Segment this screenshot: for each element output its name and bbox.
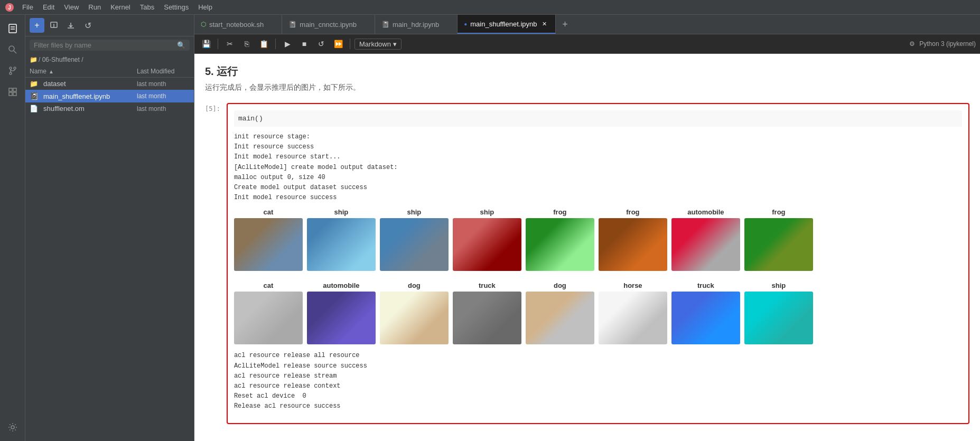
image-label: horse bbox=[623, 282, 642, 289]
tab-label: main_shufflenet.ipynb bbox=[470, 20, 537, 28]
file-name: dataset bbox=[43, 80, 137, 88]
image-label: frog bbox=[626, 208, 639, 216]
cell-type-dropdown[interactable]: Markdown ▾ bbox=[354, 39, 402, 50]
image-label: dog bbox=[554, 282, 566, 289]
tab-main-shufflenet[interactable]: ● main_shufflenet.ipynb ✕ bbox=[458, 15, 555, 34]
tab-icon: 📓 bbox=[381, 21, 389, 28]
search-input[interactable] bbox=[34, 41, 177, 49]
activity-files[interactable] bbox=[3, 19, 22, 38]
notebook-content: 5. 运行 运行完成后，会显示推理后的图片，如下所示。 [5]: main() … bbox=[194, 54, 980, 441]
sort-arrow-icon: ▲ bbox=[49, 69, 54, 74]
file-list-header: Name ▲ Last Modified bbox=[25, 65, 194, 78]
col-name-label: Name bbox=[30, 68, 46, 75]
svg-line-6 bbox=[14, 51, 16, 53]
separator bbox=[218, 39, 218, 49]
image-cell: ship bbox=[453, 208, 521, 271]
tab-label: main_cnnctc.ipynb bbox=[300, 21, 357, 29]
image-label: ship bbox=[407, 208, 422, 216]
sidebar-toolbar: + ↺ bbox=[25, 15, 194, 36]
tab-main-cnnctc[interactable]: 📓 main_cnnctc.ipynb ✕ bbox=[282, 15, 375, 34]
menu-run[interactable]: Run bbox=[84, 2, 105, 12]
refresh-button[interactable]: ↺ bbox=[80, 18, 95, 33]
notebook-icon: 📓 bbox=[30, 92, 40, 100]
tab-start-notebook[interactable]: ⬡ start_notebook.sh ✕ bbox=[194, 15, 282, 34]
kernel-settings-icon[interactable]: ⚙ bbox=[909, 40, 915, 48]
tab-label: main_hdr.ipynb bbox=[393, 21, 439, 29]
fastforward-button[interactable]: ⏩ bbox=[331, 36, 346, 51]
image-thumbnail bbox=[380, 218, 449, 271]
code-cell: [5]: main() init resource stage: Init re… bbox=[205, 103, 969, 424]
image-thumbnail bbox=[526, 218, 594, 271]
main-content: ⬡ start_notebook.sh ✕ 📓 main_cnnctc.ipyn… bbox=[194, 15, 980, 441]
menu-help[interactable]: Help bbox=[194, 2, 217, 12]
file-name: shufflenet.om bbox=[43, 105, 137, 112]
save-button[interactable]: 💾 bbox=[199, 36, 213, 51]
svg-rect-13 bbox=[13, 92, 16, 96]
cell-number: [5]: bbox=[205, 103, 220, 424]
image-label: ship bbox=[480, 208, 494, 216]
list-item[interactable]: 📓 main_shufflenet.ipynb last month bbox=[25, 90, 194, 102]
image-thumbnail bbox=[307, 292, 376, 344]
image-cell: ship bbox=[744, 282, 813, 344]
image-label: truck bbox=[697, 282, 714, 289]
cut-button[interactable]: ✂ bbox=[222, 36, 237, 51]
image-cell: horse bbox=[599, 282, 667, 344]
svg-rect-2 bbox=[9, 24, 16, 33]
upload-button[interactable] bbox=[46, 18, 61, 33]
image-cell: ship bbox=[380, 208, 449, 271]
tab-close-icon[interactable]: ✕ bbox=[540, 20, 549, 28]
activity-extensions[interactable] bbox=[3, 82, 22, 101]
image-thumbnail bbox=[234, 292, 303, 344]
notebook-toolbar: 💾 ✂ ⎘ 📋 ▶ ■ ↺ ⏩ Markdown ▾ ⚙ Python 3 (i… bbox=[194, 34, 980, 54]
new-button[interactable]: + bbox=[30, 18, 44, 33]
image-label: automobile bbox=[687, 208, 724, 216]
image-thumbnail bbox=[453, 218, 521, 271]
activity-search[interactable] bbox=[3, 40, 22, 59]
image-cell: dog bbox=[526, 282, 594, 344]
sort-by-name[interactable]: Name ▲ bbox=[30, 68, 137, 75]
menu-tabs[interactable]: Tabs bbox=[136, 2, 158, 12]
image-thumbnail bbox=[599, 292, 667, 344]
image-thumbnail bbox=[671, 218, 740, 271]
image-thumbnail bbox=[744, 218, 813, 271]
file-modified: last month bbox=[137, 105, 190, 112]
image-thumbnail bbox=[307, 218, 376, 271]
image-label: dog bbox=[408, 282, 421, 289]
tab-main-hdr[interactable]: 📓 main_hdr.ipynb ✕ bbox=[375, 15, 458, 34]
activity-settings[interactable] bbox=[3, 418, 22, 437]
menubar: J File Edit View Run Kernel Tabs Setting… bbox=[0, 0, 980, 15]
tab-add-button[interactable]: + bbox=[556, 15, 575, 34]
activity-bar bbox=[0, 15, 25, 441]
kernel-info: ⚙ Python 3 (ipykernel) bbox=[909, 40, 976, 48]
file-name: main_shufflenet.ipynb bbox=[43, 92, 137, 100]
menu-file[interactable]: File bbox=[18, 2, 38, 12]
activity-git[interactable] bbox=[3, 61, 22, 80]
menu-settings[interactable]: Settings bbox=[160, 2, 193, 12]
folder-icon: 📁 bbox=[30, 80, 40, 88]
image-cell: truck bbox=[453, 282, 521, 344]
image-cell: truck bbox=[671, 282, 740, 344]
chevron-down-icon: ▾ bbox=[393, 40, 397, 48]
list-item[interactable]: 📁 dataset last month bbox=[25, 78, 194, 90]
download-button[interactable] bbox=[63, 18, 78, 33]
paste-button[interactable]: 📋 bbox=[256, 36, 271, 51]
copy-button[interactable]: ⎘ bbox=[239, 36, 254, 51]
separator bbox=[350, 39, 350, 49]
list-item[interactable]: 📄 shufflenet.om last month bbox=[25, 102, 194, 115]
image-thumbnail bbox=[744, 292, 813, 344]
breadcrumb: 📁 / 06-Shufflenet / bbox=[25, 54, 194, 65]
search-icon: 🔍 bbox=[177, 41, 185, 49]
menu-view[interactable]: View bbox=[60, 2, 83, 12]
image-cell: ship bbox=[307, 208, 376, 271]
cell-footer-output: acl resource release all resource AclLit… bbox=[234, 351, 962, 411]
cell-code[interactable]: main() bbox=[234, 110, 962, 127]
restart-button[interactable]: ↺ bbox=[314, 36, 329, 51]
stop-button[interactable]: ■ bbox=[297, 36, 312, 51]
run-button[interactable]: ▶ bbox=[280, 36, 295, 51]
image-cell: automobile bbox=[307, 282, 376, 344]
menu-kernel[interactable]: Kernel bbox=[106, 2, 135, 12]
cell-output-text: init resource stage: Init resource succe… bbox=[234, 132, 962, 203]
menu-edit[interactable]: Edit bbox=[39, 2, 59, 12]
search-bar[interactable]: 🔍 bbox=[30, 40, 190, 51]
image-label: cat bbox=[264, 208, 274, 216]
